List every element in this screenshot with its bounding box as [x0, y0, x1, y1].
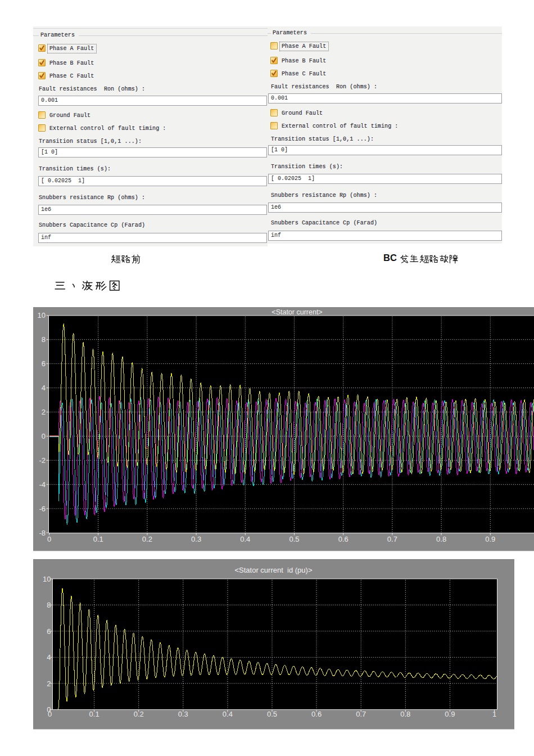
- svg-text:0.6: 0.6: [311, 710, 322, 718]
- svg-text:0.8: 0.8: [400, 710, 410, 718]
- svg-text:-8: -8: [39, 529, 46, 537]
- svg-text:0: 0: [47, 535, 51, 543]
- svg-text:2: 2: [41, 408, 45, 416]
- svg-text:1: 1: [492, 710, 496, 718]
- svg-text:10: 10: [37, 311, 45, 320]
- svg-text:0.6: 0.6: [338, 535, 348, 543]
- svg-text:-6: -6: [39, 505, 46, 513]
- svg-text:0.4: 0.4: [222, 710, 232, 718]
- svg-text:0.1: 0.1: [93, 535, 103, 543]
- svg-text:4: 4: [41, 384, 45, 392]
- svg-text:0.7: 0.7: [387, 535, 397, 543]
- svg-text:-2: -2: [39, 456, 46, 465]
- svg-text:8: 8: [47, 601, 51, 609]
- svg-text:0.7: 0.7: [356, 710, 366, 718]
- svg-text:10: 10: [43, 575, 51, 583]
- svg-text:6: 6: [47, 627, 51, 636]
- svg-text:0.3: 0.3: [178, 710, 188, 718]
- svg-text:0.1: 0.1: [89, 710, 99, 718]
- svg-text:2: 2: [47, 680, 51, 688]
- svg-text:4: 4: [47, 653, 51, 662]
- svg-text:0: 0: [47, 710, 51, 718]
- svg-text:0.8: 0.8: [436, 535, 446, 543]
- svg-text:<Stator current>: <Stator current>: [271, 308, 322, 316]
- svg-text:0.9: 0.9: [445, 710, 455, 718]
- svg-text:0.4: 0.4: [240, 535, 250, 543]
- svg-text:<Stator current id (pu)>: <Stator current id (pu)>: [234, 566, 312, 574]
- svg-text:0: 0: [41, 432, 45, 440]
- svg-text:0.5: 0.5: [266, 710, 277, 718]
- svg-text:-4: -4: [39, 480, 46, 489]
- svg-text:6: 6: [41, 359, 45, 368]
- svg-text:8: 8: [41, 335, 45, 344]
- svg-text:0.5: 0.5: [289, 535, 299, 543]
- svg-text:0.2: 0.2: [133, 710, 143, 718]
- svg-text:0.9: 0.9: [485, 535, 495, 543]
- svg-text:0.2: 0.2: [142, 535, 152, 543]
- svg-text:0.3: 0.3: [191, 535, 201, 543]
